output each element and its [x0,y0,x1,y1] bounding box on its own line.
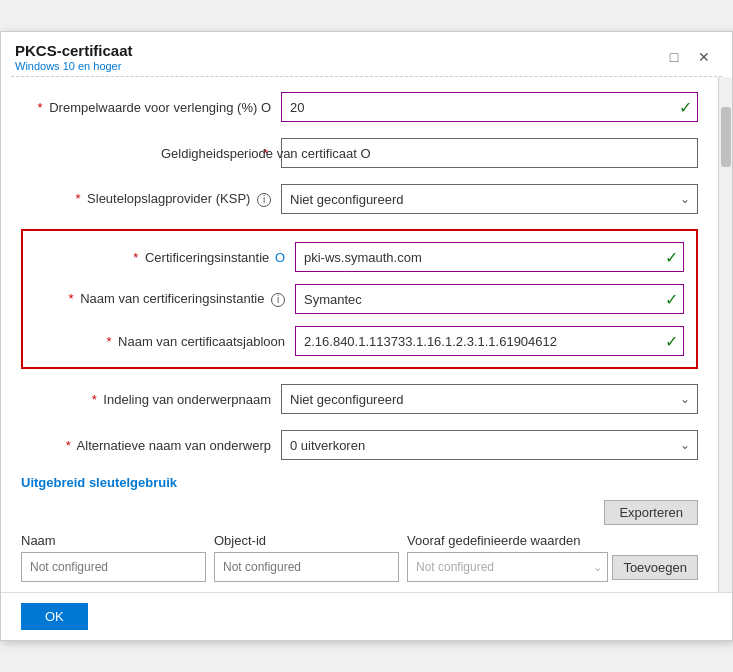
geldigheid-row: * Geldigheidsperiode van certificaat O [21,137,698,169]
ksp-select[interactable]: Niet geconfigureerd [281,184,698,214]
objectid-table-input[interactable] [214,552,399,582]
indeling-control: Niet geconfigureerd ⌄ [281,384,698,414]
indeling-select-wrapper: Niet geconfigureerd ⌄ [281,384,698,414]
vooraf-select-wrapper: Not configured ⌄ [407,552,608,582]
required-star-8: * [66,438,71,453]
indeling-row: * Indeling van onderwerpnaam Niet geconf… [21,383,698,415]
naam-sjabloon-input[interactable] [295,326,684,356]
close-button[interactable]: ✕ [690,45,718,69]
naam-sjabloon-control: ✓ [295,326,684,356]
col-objectid-header: Object-id [214,533,399,548]
certificering-row: * Certificeringsinstantie O ✓ [35,241,684,273]
col-vooraf-header: Vooraf gedefinieerde waarden [407,533,698,548]
geldigheid-overlay-label: Geldigheidsperiode van certificaat O [161,146,371,161]
naam-certificering-control: ✓ [295,284,684,314]
naam-table-input[interactable] [21,552,206,582]
alternatief-row: * Alternatieve naam van onderwerp 0 uitv… [21,429,698,461]
minimize-button[interactable]: □ [660,45,688,69]
naam-certificering-row: * Naam van certificeringsinstantie i ✓ [35,283,684,315]
drempelwaarde-input[interactable] [281,92,698,122]
dialog-title: PKCS-certificaat [15,42,133,59]
export-button[interactable]: Exporteren [604,500,698,525]
vooraf-select[interactable]: Not configured [407,552,608,582]
ksp-info-icon[interactable]: i [257,193,271,207]
scrollbar-area: * Drempelwaarde voor verlenging (%) O ✓ … [1,77,732,592]
table-headers: Naam Object-id Vooraf gedefinieerde waar… [21,533,698,548]
highlighted-box: * Certificeringsinstantie O ✓ * Naam van… [21,229,698,369]
ksp-row: * Sleutelopslagprovider (KSP) i Niet gec… [21,183,698,215]
indeling-label: * Indeling van onderwerpnaam [21,392,281,407]
toevoegen-button[interactable]: Toevoegen [612,555,698,580]
required-star-5: * [68,291,73,306]
dialog-subtitle: Windows 10 en hoger [15,60,133,72]
uitgebreid-title: Uitgebreid sleutelgebruik [21,475,698,490]
required-star-7: * [92,392,97,407]
geldigheid-control: Geldigheidsperiode van certificaat O [281,138,698,168]
naam-certificering-info-icon[interactable]: i [271,293,285,307]
col-naam-header: Naam [21,533,206,548]
certificering-input[interactable] [295,242,684,272]
required-star: * [38,100,43,115]
alternatief-label: * Alternatieve naam van onderwerp [21,438,281,453]
required-star-6: * [106,334,111,349]
title-bar-buttons: □ ✕ [660,45,718,69]
required-star-3: * [75,191,80,206]
naam-input-wrapper [21,552,206,582]
title-bar-left: PKCS-certificaat Windows 10 en hoger [15,42,133,72]
uitgebreid-section: Uitgebreid sleutelgebruik Exporteren Naa… [21,475,698,582]
naam-sjabloon-row: * Naam van certificaatsjabloon ✓ [35,325,684,357]
vooraf-input-wrapper: Not configured ⌄ Toevoegen [407,552,698,582]
ksp-control: Niet geconfigureerd ⌄ [281,184,698,214]
ok-button[interactable]: OK [21,603,88,630]
export-row: Exporteren [21,500,698,525]
required-star-4: * [133,250,138,265]
ksp-select-wrapper: Niet geconfigureerd ⌄ [281,184,698,214]
drempelwaarde-label: * Drempelwaarde voor verlenging (%) O [21,100,281,115]
scroll-thumb[interactable] [721,107,731,167]
objectid-input-wrapper [214,552,399,582]
alternatief-control: 0 uitverkoren ⌄ [281,430,698,460]
pkcs-dialog: PKCS-certificaat Windows 10 en hoger □ ✕… [0,31,733,641]
ksp-label: * Sleutelopslagprovider (KSP) i [21,191,281,207]
naam-certificering-label: * Naam van certificeringsinstantie i [35,291,295,307]
alternatief-select-wrapper: 0 uitverkoren ⌄ [281,430,698,460]
certificering-label: * Certificeringsinstantie O [35,250,295,265]
table-inputs: Not configured ⌄ Toevoegen [21,552,698,582]
title-bar: PKCS-certificaat Windows 10 en hoger □ ✕ [1,32,732,76]
indeling-select[interactable]: Niet geconfigureerd [281,384,698,414]
alternatief-select[interactable]: 0 uitverkoren [281,430,698,460]
naam-sjabloon-label: * Naam van certificaatsjabloon [35,334,295,349]
certificering-control: ✓ [295,242,684,272]
main-content: * Drempelwaarde voor verlenging (%) O ✓ … [1,77,718,592]
drempelwaarde-row: * Drempelwaarde voor verlenging (%) O ✓ [21,91,698,123]
dialog-footer: OK [1,592,732,640]
drempelwaarde-control: ✓ [281,92,698,122]
scrollbar[interactable] [718,77,732,592]
naam-certificering-input[interactable] [295,284,684,314]
certificering-link[interactable]: O [275,250,285,265]
